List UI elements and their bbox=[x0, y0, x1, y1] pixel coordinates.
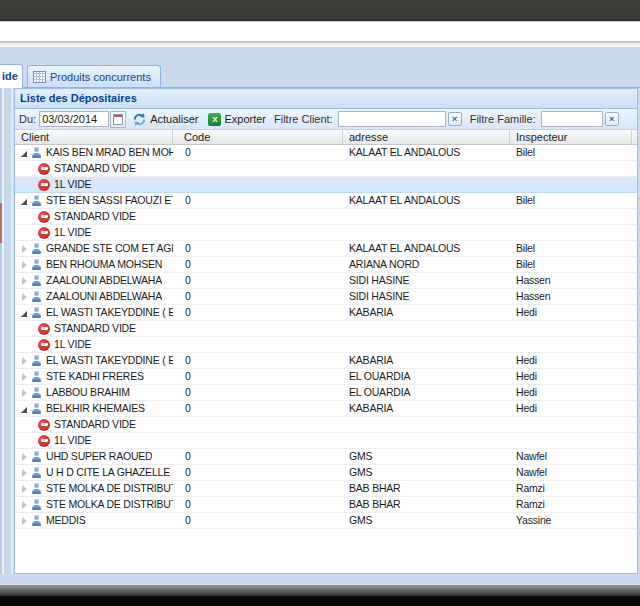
refresh-icon[interactable] bbox=[132, 112, 147, 127]
code-cell: 0 bbox=[173, 513, 343, 528]
calendar-icon bbox=[113, 114, 123, 125]
code-cell: 0 bbox=[173, 481, 343, 496]
tree-row-client[interactable]: ZAALOUNI ABDELWAHA0SIDI HASINEHassen bbox=[15, 289, 637, 305]
tab-label: ide bbox=[2, 70, 18, 82]
inspecteur-cell bbox=[510, 161, 632, 176]
code-cell bbox=[173, 321, 343, 336]
clear-client-filter-button[interactable]: × bbox=[448, 112, 462, 126]
client-cell: ZAALOUNI ABDELWAHA bbox=[15, 289, 173, 304]
inspecteur-cell: Ramzi bbox=[510, 481, 632, 496]
tab-vide[interactable]: ide bbox=[0, 64, 23, 88]
client-cell: STANDARD VIDE bbox=[15, 161, 173, 176]
collapse-arrow-icon[interactable] bbox=[21, 199, 27, 205]
inspecteur-cell: Yassine bbox=[510, 513, 632, 528]
column-header-client[interactable]: Client bbox=[15, 130, 173, 144]
expand-arrow-icon[interactable] bbox=[22, 517, 27, 525]
tree-row-product[interactable]: STANDARD VIDE bbox=[15, 161, 637, 177]
adresse-cell bbox=[343, 417, 510, 432]
inspecteur-cell bbox=[510, 417, 632, 432]
tree-row-product[interactable]: STANDARD VIDE bbox=[15, 321, 637, 337]
adresse-cell bbox=[343, 161, 510, 176]
tree-row-client[interactable]: STE BEN SASSI FAOUZI ET FRERES0KALAAT EL… bbox=[15, 193, 637, 209]
tree-row-product[interactable]: 1L VIDE bbox=[15, 177, 637, 193]
adresse-cell: BAB BHAR bbox=[343, 481, 510, 496]
excel-icon[interactable]: X bbox=[208, 113, 221, 126]
client-name: 1L VIDE bbox=[54, 337, 91, 352]
expand-arrow-icon[interactable] bbox=[22, 389, 27, 397]
collapse-arrow-icon[interactable] bbox=[21, 407, 27, 413]
adresse-cell: KABARIA bbox=[343, 401, 510, 416]
adresse-cell bbox=[343, 433, 510, 448]
code-cell: 0 bbox=[173, 273, 343, 288]
collapse-arrow-icon[interactable] bbox=[21, 151, 27, 157]
tree-row-client[interactable]: EL WASTI TAKEYDDINE ( EL WASTI0KABARIAHe… bbox=[15, 305, 637, 321]
tree-row-client[interactable]: LABBOU BRAHIM0EL OUARDIAHedi bbox=[15, 385, 637, 401]
tree-row-client[interactable]: MEDDIS0GMSYassine bbox=[15, 513, 637, 529]
expand-arrow-icon[interactable] bbox=[22, 293, 27, 301]
code-cell: 0 bbox=[173, 257, 343, 272]
tree-row-product[interactable]: 1L VIDE bbox=[15, 337, 637, 353]
filter-client-label: Filtre Client: bbox=[274, 113, 333, 125]
client-name: U H D CITE LA GHAZELLE bbox=[46, 465, 170, 480]
column-header-code[interactable]: Code bbox=[173, 130, 343, 144]
calendar-trigger-button[interactable] bbox=[110, 111, 126, 128]
adresse-cell: GMS bbox=[343, 465, 510, 480]
expand-arrow-icon[interactable] bbox=[22, 485, 27, 493]
tree-row-client[interactable]: UHD SUPER RAOUED0GMSNawfel bbox=[15, 449, 637, 465]
expand-arrow-icon[interactable] bbox=[22, 261, 27, 269]
tree-row-client[interactable]: GRANDE STE COM ET AGRI0KALAAT EL ANDALOU… bbox=[15, 241, 637, 257]
client-person-icon bbox=[30, 371, 42, 383]
tree-row-client[interactable]: ZAALOUNI ABDELWAHA0SIDI HASINEHassen bbox=[15, 273, 637, 289]
expand-arrow-icon[interactable] bbox=[22, 373, 27, 381]
expand-arrow-icon[interactable] bbox=[22, 277, 27, 285]
tree-row-product[interactable]: STANDARD VIDE bbox=[15, 417, 637, 433]
code-cell: 0 bbox=[173, 401, 343, 416]
client-name: 1L VIDE bbox=[54, 177, 91, 192]
column-header-adresse[interactable]: adresse bbox=[343, 130, 510, 144]
tab-produits-concurrents[interactable]: Produits concurrents bbox=[27, 65, 161, 87]
collapse-arrow-icon[interactable] bbox=[21, 311, 27, 317]
tree-row-client[interactable]: STE MOLKA DE DISTRIBUTION DE B0BAB BHARR… bbox=[15, 481, 637, 497]
grid-body: KAIS BEN MRAD BEN MOHAMED0KALAAT EL ANDA… bbox=[15, 145, 637, 529]
clear-famille-filter-button[interactable]: × bbox=[605, 112, 619, 126]
adresse-cell: GMS bbox=[343, 449, 510, 464]
tree-row-client[interactable]: EL WASTI TAKEYDDINE ( EL WASTI0KABARIAHe… bbox=[15, 353, 637, 369]
filter-client-input[interactable] bbox=[338, 111, 446, 127]
inspecteur-cell: Bilel bbox=[510, 241, 632, 256]
client-cell: STANDARD VIDE bbox=[15, 417, 173, 432]
depositaires-panel: Liste des Dépositaires Du: Actualiser bbox=[14, 88, 638, 574]
tree-row-product[interactable]: 1L VIDE bbox=[15, 225, 637, 241]
client-name: STANDARD VIDE bbox=[54, 417, 136, 432]
date-input[interactable] bbox=[39, 111, 109, 127]
tree-row-client[interactable]: BELKHIR KHEMAIES0KABARIAHedi bbox=[15, 401, 637, 417]
tree-row-product[interactable]: 1L VIDE bbox=[15, 433, 637, 449]
expand-arrow-icon[interactable] bbox=[22, 357, 27, 365]
tree-row-client[interactable]: U H D CITE LA GHAZELLE0GMSNawfel bbox=[15, 465, 637, 481]
expand-arrow-icon[interactable] bbox=[22, 469, 27, 477]
filter-famille-input[interactable] bbox=[541, 111, 603, 127]
client-cell: STE MOLKA DE DISTRIBUTION DE B bbox=[15, 497, 173, 512]
tree-row-client[interactable]: KAIS BEN MRAD BEN MOHAMED0KALAAT EL ANDA… bbox=[15, 145, 637, 161]
tree-row-client[interactable]: STE KADHI FRERES0EL OUARDIAHedi bbox=[15, 369, 637, 385]
exporter-button[interactable]: Exporter bbox=[224, 113, 266, 125]
expand-arrow-icon[interactable] bbox=[22, 501, 27, 509]
adresse-cell: KABARIA bbox=[343, 353, 510, 368]
tree-row-client[interactable]: BEN RHOUMA MOHSEN0ARIANA NORDBilel bbox=[15, 257, 637, 273]
client-name: ZAALOUNI ABDELWAHA bbox=[46, 273, 162, 288]
expand-arrow-icon[interactable] bbox=[22, 453, 27, 461]
inspecteur-cell: Bilel bbox=[510, 145, 632, 160]
panel-title: Liste des Dépositaires bbox=[20, 92, 137, 104]
actualiser-button[interactable]: Actualiser bbox=[150, 113, 198, 125]
expand-arrow-icon[interactable] bbox=[22, 245, 27, 253]
column-header-inspecteur[interactable]: Inspecteur bbox=[510, 130, 632, 144]
adresse-cell bbox=[343, 321, 510, 336]
adresse-cell: SIDI HASINE bbox=[343, 273, 510, 288]
vide-product-icon bbox=[38, 179, 50, 191]
client-person-icon bbox=[30, 243, 42, 255]
tree-row-client[interactable]: STE MOLKA DE DISTRIBUTION DE B0BAB BHARR… bbox=[15, 497, 637, 513]
inspecteur-cell bbox=[510, 177, 632, 192]
code-cell: 0 bbox=[173, 353, 343, 368]
tree-row-product[interactable]: STANDARD VIDE bbox=[15, 209, 637, 225]
code-cell bbox=[173, 433, 343, 448]
client-person-icon bbox=[30, 147, 42, 159]
